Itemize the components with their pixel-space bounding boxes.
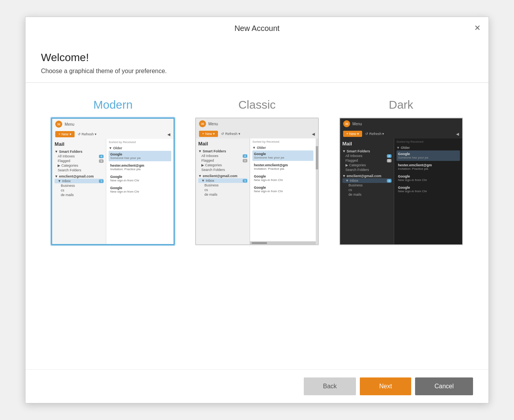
classic-right-panel: Sorted by Received ▼ Older Google Someon… <box>250 138 316 244</box>
dark-sort-label: Sorted by Received <box>397 140 460 143</box>
classic-back-arrow: ◀ <box>312 132 315 136</box>
classic-menu-label: Menu <box>208 122 218 126</box>
theme-label-modern: Modern <box>93 98 133 111</box>
modern-search-folders: Search Folders <box>54 168 104 172</box>
modern-topbar: ✉ Menu <box>52 119 174 130</box>
dark-mail-title: Mail <box>342 141 391 147</box>
dark-inbox: ▼ Inbox 3 <box>342 178 391 183</box>
dark-logo-icon: ✉ <box>343 120 350 127</box>
modern-right-panel: Sorted by Received ▼ Older Google Someon… <box>106 139 174 244</box>
modern-menu-label: Menu <box>65 122 74 126</box>
dark-toolbar: + New ▾ ↺ Refresh ▾ ◀ <box>340 129 462 138</box>
classic-hscrollbar-thumb <box>252 242 267 244</box>
classic-mail-title: Mail <box>198 141 247 147</box>
cancel-button[interactable]: Cancel <box>415 377 473 395</box>
modern-smart-folders: ▼ Smart Folders <box>54 149 104 154</box>
dark-cs: cs <box>342 188 391 192</box>
modern-content: Mail ▼ Smart Folders All Inboxes 4 Flagg… <box>52 139 174 244</box>
themes-section: Modern ✉ Menu + New ▾ ↺ Refresh ▾ ◀ <box>41 83 473 369</box>
theme-preview-modern[interactable]: ✉ Menu + New ▾ ↺ Refresh ▾ ◀ <box>51 118 175 245</box>
modern-email-1: hester.emclient@gm Invitation: Practice … <box>109 162 171 172</box>
dialog-body: Welcome! Choose a graphical theme of you… <box>26 40 488 369</box>
classic-vscrollbar <box>316 138 318 244</box>
classic-smart-folders: ▼ Smart Folders <box>198 149 247 154</box>
modern-refresh-btn[interactable]: ↺ Refresh ▾ <box>78 132 97 136</box>
classic-left-panel: Mail ▼ Smart Folders All Inboxes 4 Flagg… <box>196 138 250 244</box>
dark-email-1: hester.emclient@gm Invitation: Practice … <box>397 162 460 172</box>
modern-flagged: Flagged 9 <box>54 159 104 163</box>
modern-logo-icon: ✉ <box>55 121 62 128</box>
modern-preview-inner: ✉ Menu + New ▾ ↺ Refresh ▾ ◀ <box>52 119 174 244</box>
classic-email-3: Google New sign-in from Chr <box>252 184 313 195</box>
modern-email-3: Google New sign-in from Chr <box>109 184 171 195</box>
new-account-dialog: New Account ✕ Welcome! Choose a graphica… <box>25 17 489 403</box>
next-button[interactable]: Next <box>360 377 411 395</box>
modern-email-0: Google Someone has your pa <box>109 151 171 161</box>
welcome-subtitle: Choose a graphical theme of your prefere… <box>41 68 473 75</box>
dark-email-0: Google Someone has your pa <box>397 150 460 161</box>
dark-preview-inner: ✉ Menu + New ▾ ↺ Refresh ▾ ◀ Mail ▼ Smar… <box>340 118 462 244</box>
modern-left-panel: Mail ▼ Smart Folders All Inboxes 4 Flagg… <box>52 139 106 244</box>
classic-topbar: ✉ Menu <box>196 118 318 129</box>
dark-account: ▼ emclient@gmail.com <box>342 174 391 178</box>
modern-all-inboxes: All Inboxes 4 <box>54 154 104 159</box>
theme-option-dark[interactable]: Dark ✉ Menu + New ▾ ↺ Refresh ▾ ◀ <box>335 98 467 245</box>
classic-hscrollbar <box>250 241 316 244</box>
theme-option-modern[interactable]: Modern ✉ Menu + New ▾ ↺ Refresh ▾ ◀ <box>47 98 179 245</box>
modern-business: Business <box>54 183 104 188</box>
classic-email-0: Google Someone has your pa <box>252 150 313 161</box>
dark-search-folders: Search Folders <box>342 167 391 172</box>
theme-preview-classic[interactable]: ✉ Menu + New ▾ ↺ Refresh ▾ ◀ Mail ▼ Smar… <box>195 118 319 245</box>
classic-group-older: ▼ Older <box>252 145 313 150</box>
modern-categories: ▶ Categories <box>54 163 104 168</box>
theme-label-classic: Classic <box>238 98 276 111</box>
classic-categories: ▶ Categories <box>198 163 247 167</box>
theme-option-classic[interactable]: Classic ✉ Menu + New ▾ ↺ Refresh ▾ ◀ <box>191 98 323 245</box>
classic-refresh-btn[interactable]: ↺ Refresh ▾ <box>221 132 240 136</box>
modern-group-older: ▼ Older <box>109 145 171 151</box>
modern-toolbar: + New ▾ ↺ Refresh ▾ ◀ <box>52 130 174 139</box>
modern-email-2: Google New sign-in from Chr <box>109 173 171 184</box>
classic-toolbar: + New ▾ ↺ Refresh ▾ ◀ <box>196 129 318 138</box>
dark-de-mails: de mails <box>342 192 391 197</box>
classic-inbox: ▼ Inbox 3 <box>198 178 247 183</box>
dark-email-2: Google New sign-in from Chr <box>397 173 460 183</box>
dark-group-older: ▼ Older <box>397 145 460 150</box>
dark-back-arrow: ◀ <box>456 132 459 136</box>
modern-cs: cs <box>54 188 104 193</box>
classic-all-inboxes: All Inboxes 4 <box>198 154 247 158</box>
classic-business: Business <box>198 183 247 188</box>
theme-preview-dark[interactable]: ✉ Menu + New ▾ ↺ Refresh ▾ ◀ Mail ▼ Smar… <box>339 118 463 245</box>
dark-new-btn[interactable]: + New ▾ <box>343 131 362 137</box>
classic-cs: cs <box>198 188 247 192</box>
classic-flagged: Flagged 9 <box>198 158 247 163</box>
close-button[interactable]: ✕ <box>474 24 481 32</box>
modern-account: ▼ emclient@gmail.com <box>54 174 104 179</box>
dark-refresh-btn[interactable]: ↺ Refresh ▾ <box>365 132 385 136</box>
modern-back-arrow: ◀ <box>167 132 170 137</box>
dark-flagged: Flagged 9 <box>342 158 391 163</box>
modern-new-btn[interactable]: + New ▾ <box>55 131 74 137</box>
classic-sort-label: Sorted by Received <box>252 140 313 143</box>
back-button[interactable]: Back <box>304 377 356 395</box>
classic-content: Mail ▼ Smart Folders All Inboxes 4 Flagg… <box>196 138 318 244</box>
dark-email-3: Google New sign-in from Chr <box>397 184 460 195</box>
classic-vscrollbar-thumb <box>316 146 318 169</box>
dark-menu-label: Menu <box>352 122 362 126</box>
modern-inbox: ▼ Inbox 3 <box>54 179 104 183</box>
classic-logo-icon: ✉ <box>199 120 206 127</box>
dark-content: Mail ▼ Smart Folders All Inboxes 4 Flagg… <box>340 138 462 244</box>
dark-left-panel: Mail ▼ Smart Folders All Inboxes 4 Flagg… <box>340 138 394 244</box>
classic-de-mails: de mails <box>198 192 247 197</box>
dialog-title: New Account <box>235 24 280 33</box>
classic-account: ▼ emclient@gmail.com <box>198 174 247 178</box>
classic-new-btn[interactable]: + New ▾ <box>199 131 218 137</box>
modern-mail-title: Mail <box>54 141 104 147</box>
classic-email-1: hester.emclient@gm Invitation: Practice … <box>252 162 313 172</box>
modern-sort-label: Sorted by Received <box>109 140 171 144</box>
theme-label-dark: Dark <box>389 98 413 111</box>
classic-email-2: Google New sign-in from Chr <box>252 173 313 183</box>
dark-topbar: ✉ Menu <box>340 118 462 129</box>
dark-all-inboxes: All Inboxes 4 <box>342 154 391 158</box>
dark-business: Business <box>342 183 391 188</box>
